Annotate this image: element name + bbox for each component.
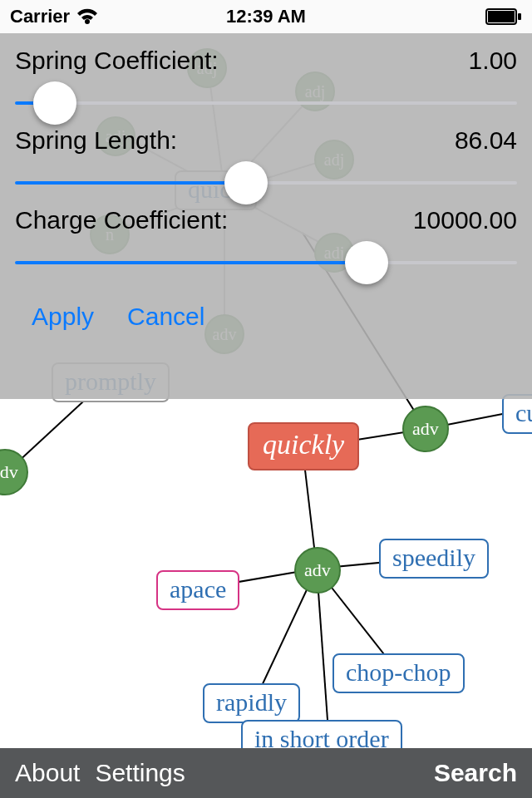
slider-thumb[interactable] — [224, 161, 268, 204]
slider[interactable] — [15, 163, 517, 203]
slider-value: 86.04 — [455, 126, 517, 155]
slider-value: 1.00 — [469, 47, 517, 75]
carrier-label: Carrier — [10, 6, 70, 27]
center-word[interactable]: quickly — [248, 422, 359, 470]
search-button[interactable]: Search — [434, 759, 517, 787]
settings-panel: Spring Coefficient: 1.00 Spring Length: … — [0, 33, 532, 399]
apply-button[interactable]: Apply — [32, 303, 94, 331]
slider-thumb[interactable] — [345, 241, 388, 284]
clock: 12:39 AM — [226, 6, 306, 27]
slider-charge-coefficient: Charge Coefficient: 10000.00 — [15, 206, 517, 283]
cancel-button[interactable]: Cancel — [127, 303, 204, 331]
slider[interactable] — [15, 83, 517, 123]
slider-thumb[interactable] — [33, 81, 76, 125]
status-bar: Carrier 12:39 AM — [0, 0, 532, 33]
svg-rect-1 — [488, 11, 515, 22]
slider-spring-coefficient: Spring Coefficient: 1.00 — [15, 47, 517, 123]
word-apace[interactable]: apace — [156, 570, 239, 610]
word-rapidly[interactable]: rapidly — [203, 683, 300, 723]
pos-node-adv[interactable]: adv — [402, 406, 449, 452]
slider-label: Charge Coefficient: — [15, 206, 228, 234]
battery-icon — [485, 8, 522, 25]
slider-spring-length: Spring Length: 86.04 — [15, 126, 517, 203]
slider-label: Spring Coefficient: — [15, 47, 219, 75]
slider[interactable] — [15, 243, 517, 283]
settings-button[interactable]: Settings — [95, 759, 185, 787]
wifi-icon — [76, 8, 98, 25]
pos-node-adv[interactable]: adv — [294, 547, 341, 594]
svg-rect-2 — [518, 13, 521, 20]
bottom-toolbar: About Settings Search — [0, 748, 532, 798]
about-button[interactable]: About — [15, 759, 80, 787]
word-chop-chop[interactable]: chop-chop — [332, 653, 465, 693]
word-cu[interactable]: cu — [502, 394, 532, 434]
slider-value: 10000.00 — [413, 206, 517, 234]
slider-label: Spring Length: — [15, 126, 177, 155]
word-speedily[interactable]: speedily — [379, 539, 489, 579]
